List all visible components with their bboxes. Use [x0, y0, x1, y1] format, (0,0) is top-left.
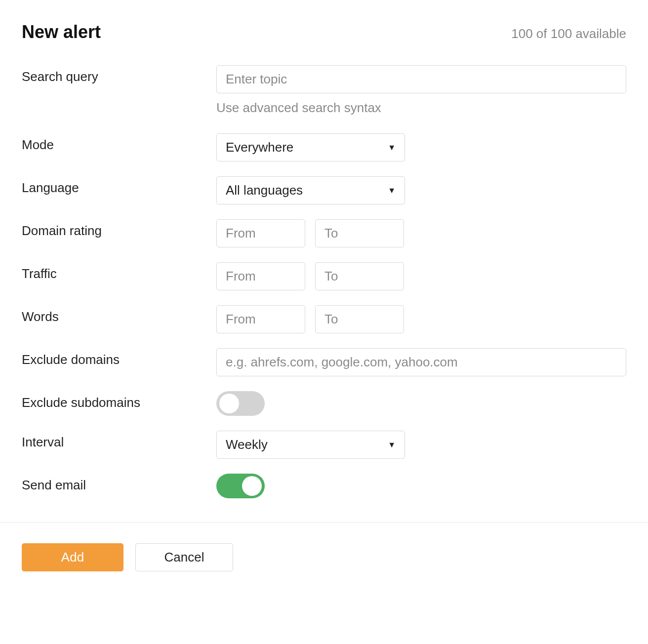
domain-rating-from-input[interactable] [216, 219, 305, 247]
search-query-label: Search query [22, 65, 216, 84]
search-query-hint: Use advanced search syntax [216, 100, 626, 116]
traffic-from-input[interactable] [216, 262, 305, 290]
exclude-domains-label: Exclude domains [22, 348, 216, 367]
mode-select-value: Everywhere [226, 140, 293, 155]
interval-label: Interval [22, 431, 216, 450]
search-query-input[interactable] [216, 65, 626, 93]
domain-rating-to-input[interactable] [315, 219, 404, 247]
mode-select[interactable]: Everywhere ▼ [216, 133, 405, 161]
cancel-button[interactable]: Cancel [135, 543, 233, 571]
chevron-down-icon: ▼ [388, 441, 396, 449]
exclude-subdomains-label: Exclude subdomains [22, 391, 216, 410]
words-label: Words [22, 305, 216, 324]
exclude-domains-input[interactable] [216, 348, 626, 376]
mode-label: Mode [22, 133, 216, 153]
language-label: Language [22, 176, 216, 196]
words-to-input[interactable] [315, 305, 404, 333]
send-email-toggle[interactable] [216, 474, 265, 498]
dialog-footer: Add Cancel [0, 522, 648, 593]
interval-select-value: Weekly [226, 437, 268, 452]
chevron-down-icon: ▼ [388, 143, 396, 152]
traffic-label: Traffic [22, 262, 216, 282]
alert-form: Search query Use advanced search syntax … [22, 65, 626, 522]
words-from-input[interactable] [216, 305, 305, 333]
language-select[interactable]: All languages ▼ [216, 176, 405, 204]
chevron-down-icon: ▼ [388, 186, 396, 195]
toggle-knob [242, 476, 262, 496]
exclude-subdomains-toggle[interactable] [216, 391, 265, 416]
send-email-label: Send email [22, 474, 216, 493]
page-title: New alert [22, 22, 101, 42]
language-select-value: All languages [226, 183, 303, 198]
availability-text: 100 of 100 available [511, 26, 626, 41]
add-button[interactable]: Add [22, 543, 123, 571]
interval-select[interactable]: Weekly ▼ [216, 431, 405, 459]
toggle-knob [219, 394, 239, 413]
domain-rating-label: Domain rating [22, 219, 216, 239]
traffic-to-input[interactable] [315, 262, 404, 290]
